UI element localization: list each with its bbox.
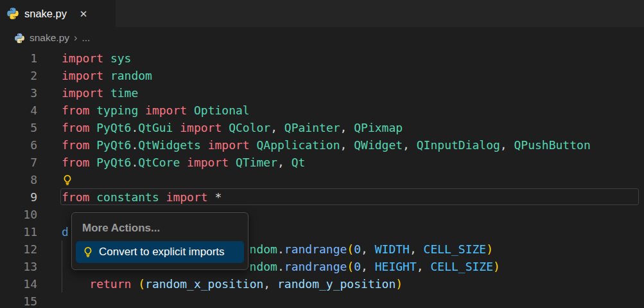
code-line-15[interactable]: 15 — [0, 293, 644, 308]
lightbulb-icon[interactable] — [62, 174, 73, 186]
code-text: import time — [37, 84, 138, 102]
line-number: 5 — [0, 119, 37, 136]
line-number: 15 — [0, 293, 37, 308]
line-number: 14 — [0, 275, 37, 293]
line-number: 8 — [0, 171, 37, 188]
breadcrumb-symbol-ellipsis[interactable]: ... — [82, 32, 90, 44]
code-text: from typing import Optional — [37, 102, 250, 119]
chevron-right-icon: › — [74, 32, 77, 44]
quick-fix-popup: More Actions... Convert to explicit impo… — [71, 212, 248, 270]
code-text: import random — [37, 67, 152, 84]
popup-header: More Actions... — [76, 217, 244, 241]
code-line-2[interactable]: 2import random — [0, 67, 644, 84]
tab-snake-py[interactable]: snake.py ✕ — [0, 0, 116, 27]
code-line-7[interactable]: 7from PyQt6.QtCore import QTimer, Qt — [0, 154, 644, 171]
line-number: 6 — [0, 136, 37, 154]
line-number: 1 — [0, 50, 37, 67]
python-icon — [14, 33, 25, 44]
line-number: 11 — [0, 223, 37, 240]
code-text: from PyQt6.QtCore import QTimer, Qt — [37, 154, 305, 171]
popup-item-convert-imports[interactable]: Convert to explicit imports — [76, 241, 244, 263]
tab-title: snake.py — [24, 8, 67, 20]
code-line-8[interactable]: 8 — [0, 171, 644, 188]
code-line-14[interactable]: 14 return (random_x_position, random_y_p… — [0, 275, 644, 293]
code-text: from PyQt6.QtGui import QColor, QPainter… — [37, 119, 403, 136]
line-number: 13 — [0, 258, 37, 275]
line-number: 3 — [0, 84, 37, 102]
tab-bar: snake.py ✕ — [0, 0, 644, 27]
code-line-3[interactable]: 3import time — [0, 84, 644, 102]
code-line-5[interactable]: 5from PyQt6.QtGui import QColor, QPainte… — [0, 119, 644, 136]
code-line-1[interactable]: 1import sys — [0, 50, 644, 67]
line-number: 7 — [0, 154, 37, 171]
popup-item-label: Convert to explicit imports — [99, 246, 225, 258]
code-text: return (random_x_position, random_y_posi… — [37, 275, 403, 293]
code-text: import sys — [37, 50, 131, 67]
breadcrumb-file[interactable]: snake.py — [30, 32, 69, 44]
python-icon — [6, 7, 19, 20]
code-text: from constants import * — [37, 188, 222, 206]
line-number: 4 — [0, 102, 37, 119]
line-number: 10 — [0, 206, 37, 223]
code-text — [37, 206, 62, 223]
code-text — [37, 171, 73, 188]
line-number: 12 — [0, 240, 37, 258]
code-line-4[interactable]: 4from typing import Optional — [0, 102, 644, 119]
line-number: 2 — [0, 67, 37, 84]
code-text: d — [37, 223, 69, 240]
code-line-6[interactable]: 6from PyQt6.QtWidgets import QApplicatio… — [0, 136, 644, 154]
close-icon[interactable]: ✕ — [77, 7, 90, 20]
breadcrumb: snake.py › ... — [0, 27, 644, 49]
code-text — [37, 293, 62, 308]
lightbulb-icon — [82, 246, 94, 258]
code-text: from PyQt6.QtWidgets import QApplication… — [37, 136, 591, 154]
line-number: 9 — [0, 188, 37, 206]
code-line-9[interactable]: 9from constants import * — [0, 188, 644, 206]
